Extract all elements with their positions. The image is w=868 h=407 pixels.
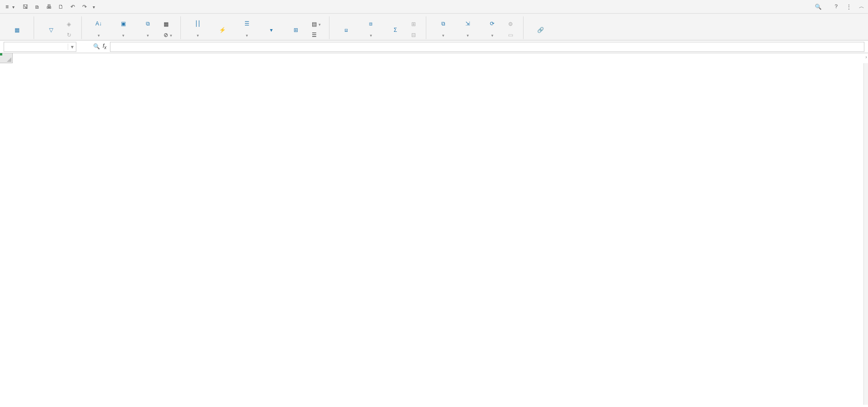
split-col-icon: ⎮⎮ [191, 17, 204, 30]
redo-icon[interactable]: ↷ [81, 3, 88, 10]
svg-marker-0 [7, 57, 11, 62]
sort-icon: A↓ [92, 17, 105, 30]
name-box[interactable]: ▾ [4, 42, 76, 52]
text-to-columns-button[interactable]: ⎮⎮ [185, 16, 210, 39]
hide-detail-button[interactable]: ⊟ [409, 31, 419, 39]
qat-dropdown-icon[interactable] [93, 4, 95, 10]
undo-icon[interactable]: ↶ [69, 3, 76, 10]
refresh-icon: ⟳ [486, 17, 499, 30]
title-bar: ≡ 🖫 🗈 🖶 🗋 ↶ ↷ 🔍 ？ ⋮ ︿ [0, 0, 868, 14]
consolidate-button[interactable]: ⊞ [284, 23, 308, 39]
file-menu-button[interactable]: ≡ [3, 3, 17, 11]
import-data-button[interactable]: ⇲ [455, 16, 480, 39]
whatif-button[interactable]: ▤ [310, 20, 323, 28]
reject-duplicates-button[interactable]: ⊘ [162, 31, 174, 39]
pivot-table-icon: ▦ [10, 24, 23, 36]
import-data-icon: ⇲ [461, 17, 474, 30]
edit-conn-button[interactable]: ⚙ [506, 20, 517, 28]
more-icon[interactable]: ⋮ [845, 3, 853, 10]
reject-dup-icon: ⊘ [164, 32, 168, 38]
select-all-corner[interactable] [0, 53, 13, 63]
menu-icon: ≡ [5, 4, 9, 10]
fx-icon[interactable]: fx [103, 43, 106, 50]
save-as-icon[interactable]: 🗈 [34, 3, 41, 10]
sort-button[interactable]: A↓ [86, 16, 111, 39]
highlight-dup-icon: ▣ [117, 17, 130, 30]
remove-duplicates-button[interactable]: ▦ [162, 20, 174, 28]
data-region-button[interactable]: ▭ [506, 31, 517, 39]
reapply-icon: ↻ [67, 32, 71, 38]
smart-fill-icon: ⚡ [216, 24, 229, 36]
existing-conn-icon: 🔗 [534, 24, 547, 36]
filter-icon: ▽ [45, 24, 57, 36]
spreadsheet-grid[interactable]: › [0, 53, 868, 405]
consolidate-icon: ⊞ [289, 24, 302, 36]
ungroup-button[interactable]: ⧈ [359, 16, 383, 39]
data-region-icon: ▭ [508, 32, 513, 38]
scroll-right-icon[interactable]: › [865, 54, 867, 60]
refresh-all-button[interactable]: ⟳ [480, 16, 504, 39]
ungroup-icon: ⧈ [364, 17, 377, 30]
subtotal-icon: Σ [389, 24, 402, 36]
vertical-scrollbar[interactable] [863, 63, 868, 405]
group-button[interactable]: ⧆ [334, 23, 359, 39]
insert-dropdown-button[interactable]: ▾ [259, 23, 284, 39]
smart-fill-button[interactable]: ⚡ [210, 23, 234, 39]
chevron-down-icon [12, 4, 15, 10]
remove-dup-icon: ▦ [164, 21, 169, 27]
record-form-button[interactable]: ☰ [310, 31, 323, 39]
validity-icon: ☰ [240, 17, 253, 30]
edit-conn-icon: ⚙ [508, 21, 513, 27]
record-form-icon: ☰ [312, 32, 317, 38]
search-icon[interactable]: 🔍 [814, 3, 822, 10]
data-compare-button[interactable]: ⧉ [135, 16, 160, 39]
existing-connections-button[interactable]: 🔗 [528, 23, 553, 39]
highlight-duplicates-button[interactable]: ▣ [111, 16, 135, 39]
show-all-icon: ◈ [67, 21, 71, 27]
whatif-icon: ▤ [312, 21, 317, 27]
pivot-table-button[interactable]: ▦ [5, 23, 29, 39]
group-icon: ⧆ [340, 24, 353, 36]
save-icon[interactable]: 🖫 [22, 3, 29, 10]
merge-tables-icon: ⧉ [437, 17, 449, 30]
data-compare-icon: ⧉ [141, 17, 154, 30]
formula-input[interactable] [110, 42, 864, 52]
subtotal-button[interactable]: Σ [383, 23, 408, 39]
merge-tables-button[interactable]: ⧉ [431, 16, 455, 39]
title-bar-right: 🔍 ？ ⋮ ︿ [814, 3, 865, 10]
autofilter-button[interactable]: ▽ [39, 23, 63, 39]
formula-bar: ▾ 🔍 fx [0, 40, 868, 53]
help-icon[interactable]: ？ [833, 3, 840, 10]
dropdown-list-icon: ▾ [265, 24, 278, 36]
quick-access-toolbar: 🖫 🗈 🖶 🗋 ↶ ↷ [22, 3, 95, 10]
show-detail-icon: ⊞ [411, 21, 416, 27]
reapply-button[interactable]: ↻ [65, 31, 75, 39]
collapse-ribbon-icon[interactable]: ︿ [858, 3, 865, 10]
print-preview-icon[interactable]: 🗋 [57, 3, 65, 10]
zoom-icon[interactable]: 🔍 [93, 43, 100, 50]
print-icon[interactable]: 🖶 [45, 3, 53, 10]
data-validation-button[interactable]: ☰ [234, 16, 259, 39]
hide-detail-icon: ⊟ [411, 32, 416, 38]
name-box-dropdown-icon[interactable]: ▾ [68, 44, 76, 50]
ribbon-data: ▦ ▽ ◈ ↻ A↓ ▣ ⧉ ▦ ⊘ ⎮⎮ [0, 14, 868, 40]
show-detail-button[interactable]: ⊞ [409, 20, 419, 28]
show-all-button[interactable]: ◈ [65, 20, 75, 28]
